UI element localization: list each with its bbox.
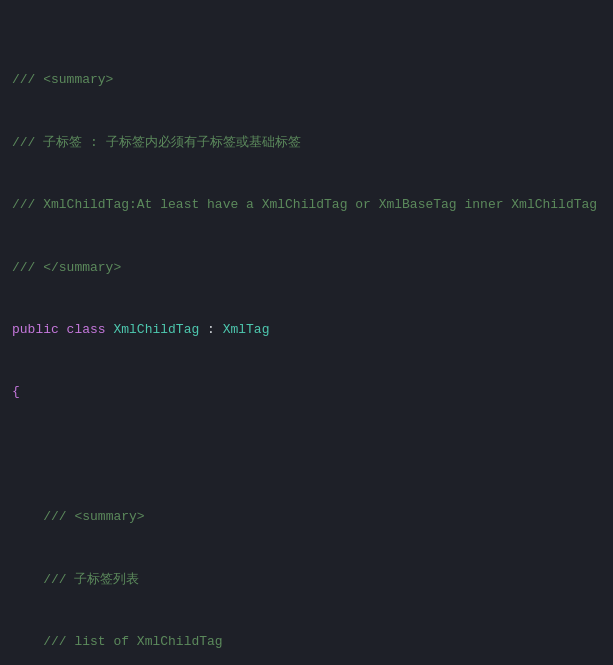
line-blank-1 [0,445,613,466]
line-2: /// 子标签 : 子标签内必须有子标签或基础标签 [0,133,613,154]
line-3: /// XmlChildTag:At least have a XmlChild… [0,195,613,216]
line-8: /// 子标签列表 [0,570,613,591]
code-editor: /// <summary> /// 子标签 : 子标签内必须有子标签或基础标签 … [0,0,613,665]
line-6: { [0,382,613,403]
line-5: public class XmlChildTag : XmlTag [0,320,613,341]
line-7: /// <summary> [0,507,613,528]
line-1: /// <summary> [0,70,613,91]
line-4: /// </summary> [0,258,613,279]
line-9: /// list of XmlChildTag [0,632,613,653]
